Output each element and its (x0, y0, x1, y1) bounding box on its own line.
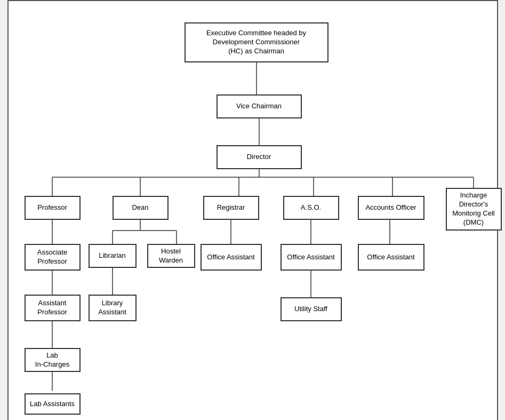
node-hostel-warden: Hostel Warden (147, 244, 195, 268)
node-accounts-officer: Accounts Officer (358, 196, 424, 220)
org-chart: Executive Committee headed by Developmen… (19, 12, 486, 420)
node-director: Director (217, 145, 302, 169)
org-chart-page: Executive Committee headed by Developmen… (7, 0, 498, 420)
node-professor: Professor (25, 196, 81, 220)
node-librarian: Librarian (89, 244, 137, 268)
node-library-assistant: Library Assistant (89, 295, 137, 321)
node-utility-staff: Utility Staff (280, 297, 342, 321)
node-registrar-oa: Office Assistant (201, 244, 262, 271)
node-associate-professor: Associate Professor (25, 244, 81, 271)
node-executive: Executive Committee headed by Developmen… (185, 22, 328, 62)
node-lab-assistants: Lab Assistants (25, 393, 81, 415)
node-registrar: Registrar (203, 196, 259, 220)
node-incharge: Incharge Director's Monitorig Cell (DMC) (446, 188, 502, 231)
node-assistant-professor: Assistant Professor (25, 295, 81, 321)
node-lab-incharges: Lab In-Charges (25, 348, 81, 372)
node-vice-chairman: Vice Chairman (217, 94, 302, 118)
node-dean: Dean (113, 196, 169, 220)
node-aso-oa: Office Assistant (280, 244, 342, 271)
node-accounts-oa: Office Assistant (358, 244, 424, 271)
node-aso: A.S.O. (283, 196, 339, 220)
